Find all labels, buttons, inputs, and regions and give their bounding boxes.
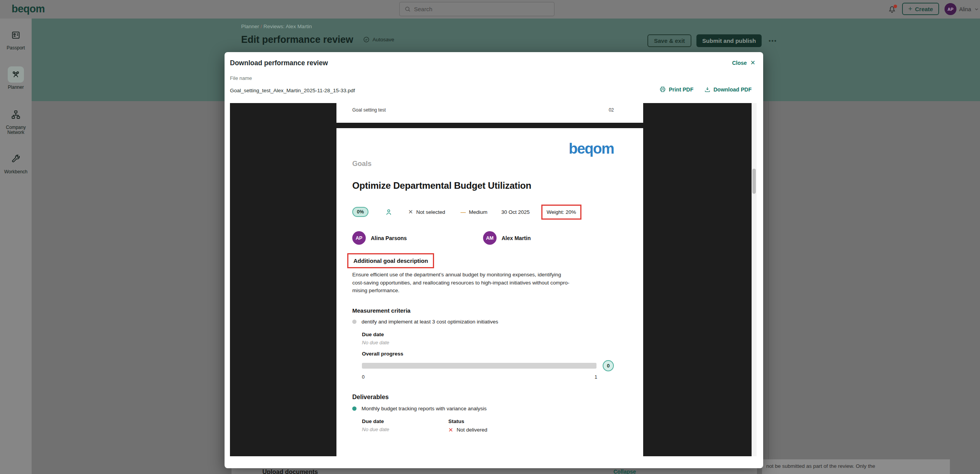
bullet-icon (352, 320, 357, 324)
download-icon (704, 86, 711, 93)
assignee-status: ✕ Not selected (408, 208, 445, 215)
progress-value-badge: 0 (603, 360, 614, 371)
modal-scrollbar[interactable] (752, 103, 757, 456)
status-value: ✕ Not delivered (448, 427, 487, 433)
notifications-bell-icon[interactable] (887, 5, 897, 15)
plus-icon: + (908, 5, 912, 13)
download-pdf-button[interactable]: Download PDF (704, 86, 752, 93)
close-icon: ✕ (750, 59, 755, 66)
top-bar: beqom + Create AP Alina (0, 0, 980, 19)
person-icon (385, 208, 393, 216)
user-avatar: AP (945, 3, 956, 15)
priority-dash-icon: — (461, 209, 466, 215)
pdf-footer-page-number: 02 (609, 107, 614, 113)
breadcrumb[interactable]: Planner / Reviews: Alex Martin (241, 24, 312, 29)
deliverable-due-date-label: Due date (362, 418, 448, 424)
user-name: Alina (959, 6, 971, 12)
sidebar-item-passport[interactable]: Passport (0, 27, 32, 51)
person-manager: AP Alina Parsons (352, 231, 483, 245)
due-date-label: Due date (362, 332, 614, 337)
upload-documents-heading: Upload documents (262, 469, 318, 474)
pdf-page-current: beqom Goals Optimize Departmental Budget… (336, 128, 643, 456)
deliverable-item: Monthly budget tracking reports with var… (352, 406, 614, 411)
autosave-indicator: Autosave (363, 36, 394, 43)
pdf-goal-title: Optimize Departmental Budget Utilization (352, 180, 614, 191)
x-red-icon: ✕ (448, 427, 453, 433)
goal-due-date: 30 Oct 2025 (501, 209, 530, 215)
sidebar-item-planner[interactable]: Planner (0, 66, 32, 90)
pdf-section-label: Goals (352, 160, 614, 168)
description-text: Ensure efficient use of the department’s… (352, 271, 614, 295)
overall-progress-label: Overall progress (362, 351, 614, 357)
beqom-logo: beqom (12, 3, 45, 15)
status-label: Status (448, 418, 487, 424)
chevron-down-icon (974, 7, 979, 12)
review-side-panel: not be submitted as part of the review. … (762, 459, 950, 474)
notification-badge (894, 5, 897, 8)
file-name-label: File name (230, 75, 252, 81)
person-employee: AM Alex Martin (483, 231, 614, 245)
download-review-modal: Download performance review Close ✕ File… (225, 52, 763, 468)
avatar: AP (352, 231, 366, 245)
goal-people-row: AP Alina Parsons AM Alex Martin (352, 231, 614, 245)
global-search[interactable] (399, 2, 554, 16)
search-icon (404, 6, 411, 12)
create-button[interactable]: + Create (902, 3, 939, 15)
scrollbar-thumb[interactable] (752, 169, 756, 194)
page-title: Edit performance review (241, 34, 353, 45)
due-date-value: No due date (362, 340, 614, 345)
measurement-criteria-heading: Measurement criteria (352, 307, 614, 314)
avatar: AM (483, 231, 497, 245)
bullet-icon (352, 406, 357, 411)
printer-icon (659, 86, 666, 93)
x-icon: ✕ (408, 208, 413, 215)
progress-badge: 0% (352, 207, 368, 217)
goal-badges-row: 0% ✕ Not selected — Medium 30 Oct 2025 W… (352, 203, 614, 220)
sidebar-nav: Passport Planner Company Network Workben… (0, 19, 32, 474)
print-pdf-button[interactable]: Print PDF (659, 86, 693, 93)
org-chart-icon (11, 110, 21, 120)
save-exit-button[interactable]: Save & exit (647, 34, 691, 47)
measurement-item: dentify and implement at least 3 cost op… (352, 319, 614, 325)
priority-badge: — Medium (461, 209, 488, 215)
app-screen: beqom + Create AP Alina Planner / Revie (0, 0, 980, 474)
pdf-page-previous: Goal setting test 02 (336, 103, 643, 123)
sidebar-item-company-network[interactable]: Company Network (0, 107, 32, 136)
description-annotation-box: Additional goal description (347, 253, 434, 268)
user-menu[interactable]: AP Alina (945, 3, 979, 15)
file-name-value: Goal_setting_test_Alex_Martin_2025-11-28… (230, 88, 355, 93)
planner-icon (11, 69, 21, 80)
progress-bar (362, 363, 596, 369)
check-circle-icon (363, 36, 370, 43)
deliverables-heading: Deliverables (352, 394, 614, 401)
description-heading: Additional goal description (353, 257, 428, 264)
right-panel-divider (768, 101, 769, 474)
deliverable-due-date-value: No due date (362, 427, 448, 432)
progress-scale: 0 1 (362, 374, 597, 380)
search-input[interactable] (414, 6, 549, 12)
progress-bar-row: 0 (362, 360, 614, 371)
passport-icon (11, 30, 21, 40)
pdf-footer-title: Goal setting test (352, 107, 386, 113)
sidebar-item-workbench[interactable]: Workbench (0, 151, 32, 175)
submit-publish-button[interactable]: Submit and publish (696, 34, 762, 47)
collapse-link[interactable]: Collapse (613, 469, 636, 474)
side-panel-text: not be submitted as part of the review. … (766, 463, 946, 469)
pdf-beqom-logo: beqom (352, 141, 614, 156)
weight-annotation-box: Weight: 20% (541, 205, 581, 220)
modal-title: Download performance review (230, 59, 328, 67)
close-button[interactable]: Close ✕ (732, 59, 755, 66)
wrench-icon (11, 154, 21, 164)
pdf-viewer: Goal setting test 02 beqom Goals Optimiz… (230, 103, 752, 456)
more-options-icon[interactable]: ••• (769, 37, 777, 44)
